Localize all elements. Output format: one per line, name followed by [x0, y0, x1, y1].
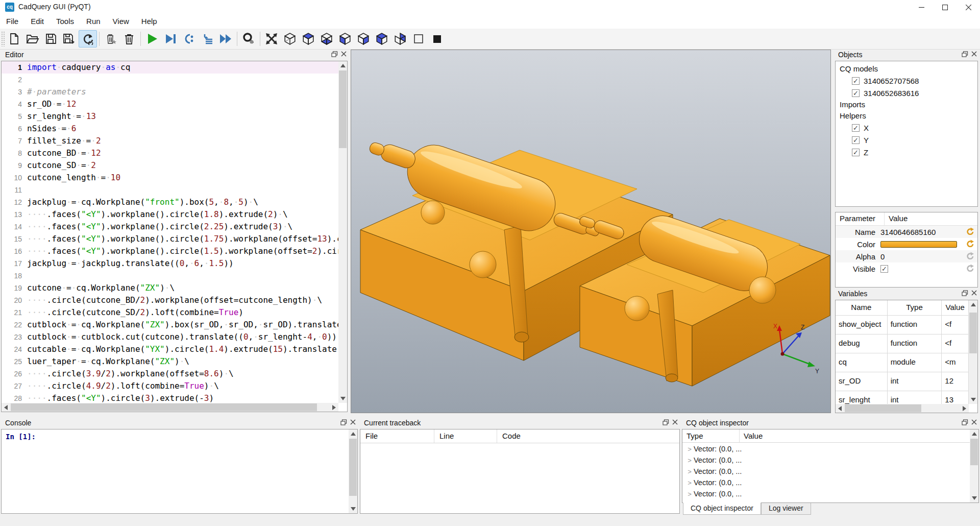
tree-group-label[interactable]: Imports: [836, 99, 977, 110]
reload-button[interactable]: [79, 30, 97, 47]
render-button[interactable]: [143, 30, 161, 47]
continue-button[interactable]: [216, 30, 235, 47]
editor-line[interactable]: 7fillet_size·=·2: [2, 135, 338, 147]
view-right-button[interactable]: [354, 30, 373, 47]
inspector-vscrollbar[interactable]: [970, 429, 978, 503]
toolbar-drag-handle[interactable]: [1, 31, 5, 46]
editor-line[interactable]: 17jackplug·=·jackplug.translate((0,·6,·1…: [2, 257, 338, 270]
wireframe-button[interactable]: [409, 30, 428, 47]
editor-line[interactable]: 3#·parameters: [2, 86, 338, 98]
editor-line[interactable]: 22cutblock·=·cq.Workplane("ZX").box(sr_O…: [2, 319, 338, 331]
checkbox[interactable]: ✓: [852, 136, 860, 144]
property-value[interactable]: 3140646685160: [880, 228, 936, 236]
editor-line[interactable]: 4sr_OD·=·12: [2, 98, 338, 110]
variables-hscroll-thumb[interactable]: [845, 404, 921, 412]
editor-line[interactable]: 16····.faces("<Y").workplane().circle(1.…: [2, 245, 338, 257]
objects-float-icon[interactable]: [962, 51, 968, 57]
console-float-icon[interactable]: [340, 419, 347, 425]
editor-line[interactable]: 11: [2, 184, 338, 196]
tree-group-label[interactable]: CQ models: [836, 63, 977, 75]
inspector-row[interactable]: >Vector: (0.0, ...: [682, 455, 970, 466]
expand-chevron-icon[interactable]: >: [685, 457, 694, 464]
open-file-button[interactable]: [23, 30, 42, 47]
debug-button[interactable]: [161, 30, 180, 47]
checkbox[interactable]: ✓: [852, 77, 860, 85]
editor-hscroll-thumb[interactable]: [11, 403, 317, 411]
console-vscroll-thumb[interactable]: [349, 439, 357, 496]
expand-chevron-icon[interactable]: >: [685, 479, 694, 487]
editor-vscroll-thumb[interactable]: [339, 70, 347, 148]
editor-line[interactable]: 10cutcone_length·=·10: [2, 172, 338, 184]
traceback-close-icon[interactable]: [672, 419, 678, 425]
editor-float-icon[interactable]: [331, 51, 338, 57]
view-iso-button[interactable]: [281, 30, 299, 47]
view-top-button[interactable]: [299, 30, 317, 47]
menu-view[interactable]: View: [107, 14, 135, 29]
close-button[interactable]: [957, 0, 980, 14]
editor-line[interactable]: 23cutblock·=·cutblock.cut(cutcone).trans…: [2, 331, 338, 343]
delete-object-button[interactable]: [102, 30, 120, 47]
console-close-icon[interactable]: [350, 419, 356, 425]
visible-checkbox[interactable]: ✓: [880, 265, 888, 273]
undo-icon[interactable]: [966, 227, 974, 235]
tree-item[interactable]: ✓X: [836, 122, 977, 134]
minimize-button[interactable]: [910, 0, 933, 14]
variables-hscrollbar[interactable]: [836, 404, 969, 413]
console[interactable]: In [1]:: [1, 429, 358, 514]
inspector-row[interactable]: >Vector: (0.0, ...: [682, 443, 970, 455]
inspector-close-icon[interactable]: [971, 419, 977, 425]
editor-vscrollbar[interactable]: [338, 61, 347, 403]
inspector-row[interactable]: >Vector: (0.0, ...: [682, 466, 970, 477]
view-front-button[interactable]: [373, 30, 391, 47]
editor-line[interactable]: 15····.faces("<Y").workplane().circle(1.…: [2, 233, 338, 245]
save-as-button[interactable]: [60, 30, 79, 47]
editor-line[interactable]: 9cutcone_SD·=·2: [2, 159, 338, 172]
editor-line[interactable]: 25luer_taper·=·cq.Workplane("ZX")·\: [2, 355, 338, 368]
delete-all-button[interactable]: [120, 30, 138, 47]
save-button[interactable]: [42, 30, 60, 47]
variables-float-icon[interactable]: [962, 290, 968, 296]
menu-edit[interactable]: Edit: [24, 14, 50, 29]
tree-item[interactable]: ✓3140652707568: [836, 75, 977, 87]
editor-line[interactable]: 8cutcone_BD·=·12: [2, 147, 338, 159]
undo-icon[interactable]: [966, 240, 974, 247]
menu-help[interactable]: Help: [135, 14, 163, 29]
editor-line[interactable]: 20····.circle(cutcone_BD/2).workplane(of…: [2, 294, 338, 306]
inspector-row[interactable]: >Vector: (0.0, ...: [682, 488, 970, 499]
checkbox[interactable]: ✓: [852, 124, 860, 132]
editor-line[interactable]: 5sr_lenght·=·13: [2, 110, 338, 123]
checkbox[interactable]: ✓: [852, 89, 860, 97]
property-value[interactable]: 0: [880, 252, 885, 261]
editor-close-icon[interactable]: [341, 51, 347, 57]
editor-line[interactable]: 28····.faces("<Y").circle(3).extrude(-3): [2, 392, 338, 403]
editor-line[interactable]: 18: [2, 270, 338, 282]
traceback-float-icon[interactable]: [663, 419, 669, 425]
variables-vscroll-thumb[interactable]: [969, 313, 977, 353]
tree-item[interactable]: ✓3140652683616: [836, 87, 977, 99]
menu-file[interactable]: File: [0, 14, 24, 29]
variables-col-header[interactable]: Type: [888, 300, 942, 315]
tab-log-viewer[interactable]: Log viewer: [761, 503, 811, 515]
inspector-row[interactable]: >Vector: (0.0, ...: [682, 477, 970, 488]
3d-viewport[interactable]: X Z Y: [351, 50, 831, 413]
view-back-button[interactable]: [391, 30, 409, 47]
editor-line[interactable]: 14····.faces("<Y").workplane().circle(2.…: [2, 221, 338, 233]
editor-hscrollbar[interactable]: [2, 403, 338, 412]
inspector-float-icon[interactable]: [962, 419, 968, 425]
fit-view-button[interactable]: [262, 30, 281, 47]
editor-line[interactable]: 19cutcone·=·cq.Workplane("ZX")·\: [2, 282, 338, 294]
menu-tools[interactable]: Tools: [50, 14, 80, 29]
menu-run[interactable]: Run: [80, 14, 107, 29]
variables-vscrollbar[interactable]: [969, 300, 977, 404]
view-left-button[interactable]: [336, 30, 354, 47]
new-file-button[interactable]: [5, 30, 23, 47]
editor-line[interactable]: 12jackplug·=·cq.Workplane("front").box(5…: [2, 196, 338, 208]
variables-col-header[interactable]: Name: [836, 300, 888, 315]
editor-line[interactable]: 6nSides·=·6: [2, 123, 338, 135]
undo-icon[interactable]: [966, 264, 974, 272]
variables-close-icon[interactable]: [971, 290, 977, 296]
tree-group-label[interactable]: Helpers: [836, 110, 977, 122]
editor-line[interactable]: 1import·cadquery·as·cq: [2, 61, 338, 74]
shaded-button[interactable]: [428, 30, 446, 47]
editor-line[interactable]: 24cutcable·=·cq.Workplane("YX").circle(1…: [2, 343, 338, 355]
